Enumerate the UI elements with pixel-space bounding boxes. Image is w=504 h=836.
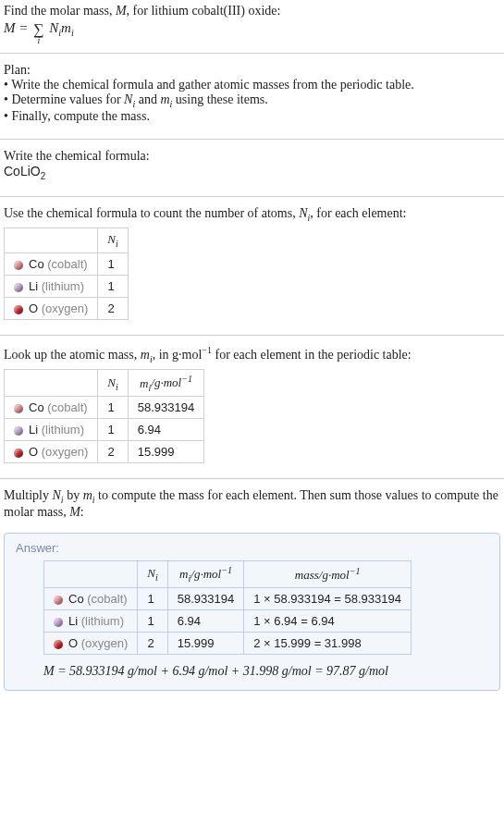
answer-label: Answer: — [16, 541, 488, 555]
atomic-mass-table: Ni mi/g·mol−1 Co (cobalt) 1 58.933194 Li… — [4, 369, 204, 463]
m-cell: 15.999 — [167, 633, 243, 655]
col-element — [5, 370, 98, 397]
n-cell: 1 — [138, 588, 167, 610]
multiply-section: Multiply Ni by mi to compute the mass fo… — [0, 485, 504, 529]
n-cell: 2 — [138, 633, 167, 655]
element-cell: Li (lithium) — [5, 275, 98, 297]
element-cell: Co (cobalt) — [5, 397, 98, 419]
plan-bullet-2: • Determine values for Ni and mi using t… — [4, 92, 500, 109]
var-mi: mi — [61, 20, 74, 35]
table-header-row: Ni mi/g·mol−1 — [5, 370, 204, 397]
col-Ni: Ni — [98, 370, 128, 397]
n-cell: 1 — [98, 397, 128, 419]
element-dot-icon — [14, 261, 23, 270]
intro-section: Find the molar mass, M, for lithium coba… — [0, 0, 504, 47]
divider — [0, 53, 504, 54]
col-element — [44, 561, 138, 588]
element-dot-icon — [14, 449, 23, 458]
mass-cell: 1 × 58.933194 = 58.933194 — [244, 588, 412, 610]
atom-count-section: Use the chemical formula to count the nu… — [0, 203, 504, 329]
answer-result: M = 58.933194 g/mol + 6.94 g/mol + 31.99… — [43, 664, 488, 679]
plan-bullet-3: • Finally, compute the mass. — [4, 109, 500, 124]
plan-bullet-1: • Write the chemical formula and gather … — [4, 78, 500, 92]
element-cell: Co (cobalt) — [44, 588, 138, 610]
col-mi: mi/g·mol−1 — [167, 561, 243, 588]
element-cell: O (oxygen) — [5, 441, 98, 463]
n-cell: 2 — [98, 297, 128, 319]
mass-cell: 2 × 15.999 = 31.998 — [244, 633, 412, 655]
m-cell: 58.933194 — [128, 397, 203, 419]
intro-text-b: , for lithium cobalt(III) oxide: — [127, 4, 281, 18]
var-Ni: Ni — [49, 20, 61, 35]
element-cell: Co (cobalt) — [5, 252, 98, 275]
divider — [0, 335, 504, 336]
element-dot-icon — [54, 640, 63, 649]
table-row: O (oxygen) 2 — [5, 297, 129, 319]
lookup-header: Look up the atomic mass, mi, in g·mol−1 … — [4, 345, 500, 363]
molar-mass-formula: M = ∑i Nimi — [4, 20, 500, 38]
element-dot-icon — [14, 404, 23, 413]
sigma-icon: ∑i — [33, 21, 43, 38]
table-row: Li (lithium) 1 6.94 — [5, 419, 204, 441]
divider — [0, 196, 504, 197]
col-mass: mass/g·mol−1 — [244, 561, 412, 588]
n-cell: 1 — [98, 275, 128, 297]
n-cell: 1 — [138, 610, 167, 633]
table-header-row: Ni mi/g·mol−1 mass/g·mol−1 — [44, 561, 412, 588]
table-row: O (oxygen) 2 15.999 — [5, 441, 204, 463]
divider — [0, 139, 504, 140]
element-dot-icon — [54, 596, 63, 605]
table-row: Co (cobalt) 1 — [5, 252, 129, 275]
mass-cell: 1 × 6.94 = 6.94 — [244, 610, 412, 633]
intro-text-a: Find the molar mass, — [4, 4, 116, 18]
count-header: Use the chemical formula to count the nu… — [4, 206, 500, 223]
var-M-2: M — [4, 20, 16, 35]
element-dot-icon — [14, 426, 23, 436]
m-cell: 6.94 — [167, 610, 243, 633]
element-dot-icon — [14, 305, 23, 314]
chem-header: Write the chemical formula: — [4, 149, 500, 164]
element-cell: O (oxygen) — [5, 297, 98, 319]
m-cell: 58.933194 — [167, 588, 243, 610]
element-cell: Li (lithium) — [5, 419, 98, 441]
plan-header: Plan: — [4, 63, 500, 78]
chemical-formula: CoLiO2 — [4, 164, 500, 181]
table-row: Li (lithium) 1 6.94 1 × 6.94 = 6.94 — [44, 610, 412, 633]
col-element — [5, 228, 98, 253]
atom-count-table: Ni Co (cobalt) 1 Li (lithium) 1 O (oxyge… — [4, 227, 129, 320]
plan-section: Plan: • Write the chemical formula and g… — [0, 59, 504, 133]
atomic-mass-section: Look up the atomic mass, mi, in g·mol−1 … — [0, 341, 504, 473]
m-cell: 6.94 — [128, 419, 203, 441]
var-M: M — [116, 4, 127, 18]
table-row: Co (cobalt) 1 58.933194 1 × 58.933194 = … — [44, 588, 412, 610]
table-row: Co (cobalt) 1 58.933194 — [5, 397, 204, 419]
sigma-index: i — [37, 35, 40, 45]
chemical-formula-section: Write the chemical formula: CoLiO2 — [0, 145, 504, 191]
divider — [0, 478, 504, 479]
col-Ni: Ni — [138, 561, 167, 588]
n-cell: 1 — [98, 419, 128, 441]
answer-box: Answer: Ni mi/g·mol−1 mass/g·mol−1 Co (c… — [4, 533, 500, 691]
n-cell: 1 — [98, 252, 128, 275]
table-row: O (oxygen) 2 15.999 2 × 15.999 = 31.998 — [44, 633, 412, 655]
multiply-text: Multiply Ni by mi to compute the mass fo… — [4, 488, 500, 520]
n-cell: 2 — [98, 441, 128, 463]
element-cell: Li (lithium) — [44, 610, 138, 633]
answer-table: Ni mi/g·mol−1 mass/g·mol−1 Co (cobalt) 1… — [43, 560, 412, 655]
element-dot-icon — [54, 618, 63, 627]
element-cell: O (oxygen) — [44, 633, 138, 655]
element-dot-icon — [14, 283, 23, 292]
table-row: Li (lithium) 1 — [5, 275, 129, 297]
intro-line: Find the molar mass, M, for lithium coba… — [4, 4, 500, 18]
m-cell: 15.999 — [128, 441, 203, 463]
col-mi: mi/g·mol−1 — [128, 370, 203, 397]
table-header-row: Ni — [5, 228, 129, 253]
col-Ni: Ni — [98, 228, 128, 253]
eq-sign: = — [16, 20, 32, 35]
